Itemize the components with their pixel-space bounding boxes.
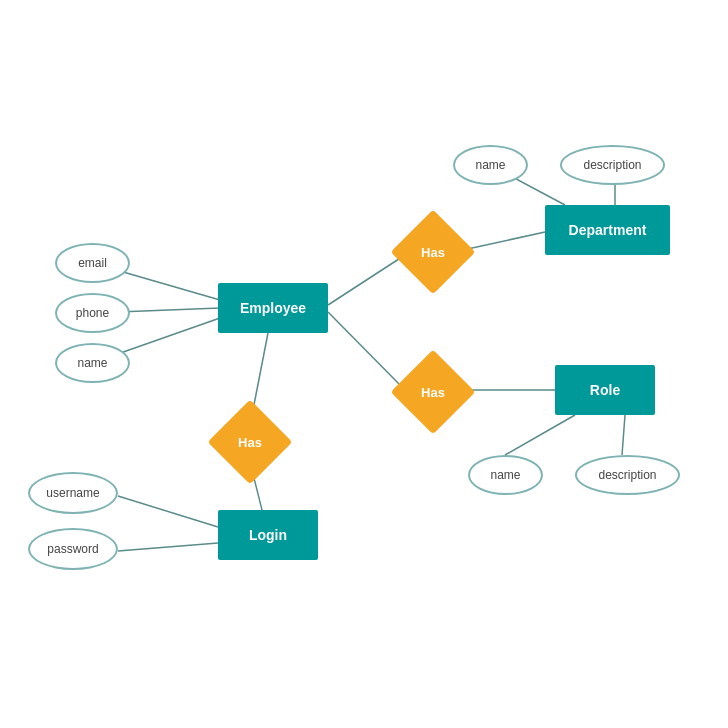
- ellipse-role-name: name: [468, 455, 543, 495]
- svg-line-7: [328, 312, 405, 390]
- ellipse-username: username: [28, 472, 118, 514]
- ellipse-dept-desc: description: [560, 145, 665, 185]
- ellipse-password: password: [28, 528, 118, 570]
- svg-line-4: [463, 232, 545, 250]
- svg-line-9: [505, 415, 575, 455]
- ellipse-phone: phone: [55, 293, 130, 333]
- svg-line-14: [118, 543, 218, 551]
- diamond-has-department: Has: [398, 222, 468, 282]
- svg-line-3: [328, 255, 405, 305]
- svg-line-10: [622, 415, 625, 455]
- ellipse-role-desc: description: [575, 455, 680, 495]
- ellipse-emp-name: name: [55, 343, 130, 383]
- diamond-has-role: Has: [398, 362, 468, 422]
- svg-line-11: [252, 333, 268, 415]
- entity-department: Department: [545, 205, 670, 255]
- ellipse-dept-name: name: [453, 145, 528, 185]
- diamond-has-login: Has: [215, 412, 285, 472]
- entity-role: Role: [555, 365, 655, 415]
- ellipse-email: email: [55, 243, 130, 283]
- er-diagram: email phone name name description name d…: [0, 0, 728, 728]
- svg-line-13: [118, 496, 218, 527]
- entity-login: Login: [218, 510, 318, 560]
- entity-employee: Employee: [218, 283, 328, 333]
